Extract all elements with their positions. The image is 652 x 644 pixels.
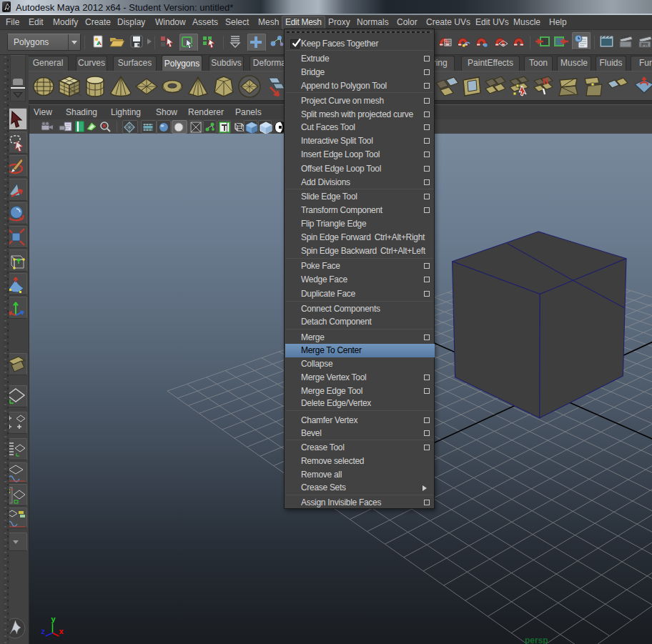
svg-text:x: x bbox=[59, 627, 64, 635]
svg-text:persp: persp bbox=[525, 635, 548, 644]
svg-text:z: z bbox=[41, 627, 46, 635]
svg-text:y: y bbox=[51, 615, 56, 623]
svg-text:IPR: IPR bbox=[641, 42, 648, 47]
